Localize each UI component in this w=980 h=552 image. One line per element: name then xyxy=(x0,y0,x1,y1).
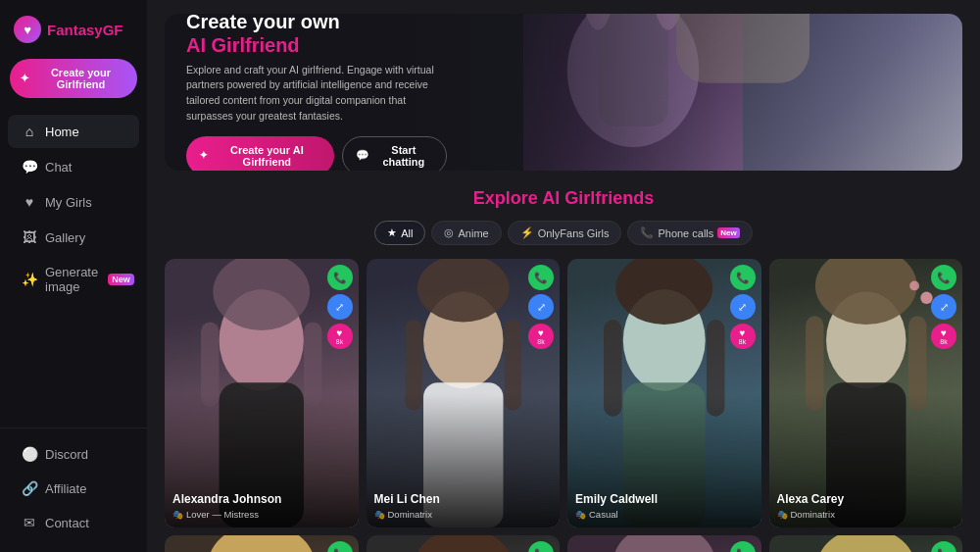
create-girlfriend-button[interactable]: ✦ Create your Girlfriend xyxy=(10,59,137,98)
logo-icon: ♥ xyxy=(14,16,41,43)
sparkle-icon: ✨ xyxy=(22,272,37,287)
card-name: Mei Li Chen xyxy=(374,492,553,506)
girlfriend-card-2[interactable]: 📞 ⤢ ♥ 8k Mei Li Chen 🎭 Dominatrix xyxy=(367,259,561,527)
phone-call-icon: 📞 xyxy=(534,272,548,284)
card-action-buttons: 📞 ⤢ ♥ 8k xyxy=(327,265,353,349)
gallery-icon: 🖼 xyxy=(22,229,37,245)
contact-icon: ✉ xyxy=(22,515,37,530)
card-info: Alexandra Johnson 🎭 Lover — Mistress xyxy=(165,484,359,527)
card-chat-button[interactable]: 📞 xyxy=(528,541,554,552)
card-info: Emily Caldwell 🎭 Casual xyxy=(567,484,761,527)
card-action-buttons: 📞 ⤢ ♥ 8k xyxy=(528,265,554,349)
filter-tab-all[interactable]: ★ All xyxy=(374,221,425,245)
girlfriend-card-8[interactable]: 📞 ⤢ ♥ 8k xyxy=(769,535,963,552)
card-name: Emily Caldwell xyxy=(575,492,754,506)
card-expand-button[interactable]: ⤢ xyxy=(327,294,353,320)
card-tag: 🎭 Casual xyxy=(575,509,754,520)
hero-action-buttons: ✦ Create your AI Girlfriend 💬 Start chat… xyxy=(186,136,447,172)
phone-call-icon: 📞 xyxy=(937,272,951,284)
phone-call-icon: 📞 xyxy=(736,272,750,284)
star-icon: ★ xyxy=(387,226,397,239)
filter-tabs: ★ All ◎ Anime ⚡ OnlyFans Girls 📞 Phone c… xyxy=(165,221,962,245)
card-name: Alexa Carey xyxy=(777,492,956,506)
card-expand-button[interactable]: ⤢ xyxy=(528,294,554,320)
card-action-buttons: 📞 ⤢ ♥ 8k xyxy=(931,265,956,349)
card-chat-button[interactable]: 📞 xyxy=(528,265,554,290)
expand-icon: ⤢ xyxy=(940,301,949,314)
filter-tab-anime[interactable]: ◎ Anime xyxy=(431,221,501,245)
tag-icon: 🎭 xyxy=(777,510,788,520)
phone-icon: 📞 xyxy=(640,226,654,239)
sidebar-item-discord[interactable]: ⚪ Discord xyxy=(8,437,139,471)
tag-icon: 🎭 xyxy=(172,510,183,520)
phone-call-icon: 📞 xyxy=(534,548,548,552)
logo-text: FantasyGF xyxy=(47,22,123,38)
home-icon: ⌂ xyxy=(22,124,37,139)
card-tag: 🎭 Dominatrix xyxy=(374,509,553,520)
card-action-buttons: 📞 ⤢ ♥ 8k xyxy=(730,541,756,552)
discord-icon: ⚪ xyxy=(22,446,37,462)
sidebar: ♥ FantasyGF ✦ Create your Girlfriend ⌂ H… xyxy=(0,0,147,552)
phone-call-icon: 📞 xyxy=(736,548,750,552)
anime-icon: ◎ xyxy=(444,226,454,239)
card-chat-button[interactable]: 📞 xyxy=(327,265,353,290)
card-like-button[interactable]: ♥ 8k xyxy=(528,324,554,349)
tag-icon: 🎭 xyxy=(575,510,586,520)
card-tag: 🎭 Lover — Mistress xyxy=(172,509,351,520)
bolt-icon: ⚡ xyxy=(520,226,534,239)
card-chat-button[interactable]: 📞 xyxy=(931,265,956,290)
girlfriend-card-5[interactable]: 📞 ⤢ ♥ 8k xyxy=(165,535,359,552)
card-like-button[interactable]: ♥ 8k xyxy=(931,324,956,349)
sidebar-bottom: ⚪ Discord 🔗 Affiliate ✉ Contact xyxy=(0,427,147,540)
sidebar-item-home[interactable]: ⌂ Home xyxy=(8,115,139,148)
card-expand-button[interactable]: ⤢ xyxy=(931,294,956,320)
card-grid: 📞 ⤢ ♥ 8k Alexandra Johnson 🎭 Lover — Mis… xyxy=(165,259,962,552)
expand-icon: ⤢ xyxy=(537,301,546,314)
heart-icon: ♥ xyxy=(22,194,37,210)
card-chat-button[interactable]: 📞 xyxy=(730,265,756,290)
sidebar-item-contact[interactable]: ✉ Contact xyxy=(8,506,139,539)
card-action-buttons: 📞 ⤢ ♥ 8k xyxy=(327,541,353,552)
girlfriend-card-7[interactable]: 📞 ⤢ ♥ 8k xyxy=(567,535,761,552)
start-chatting-button[interactable]: 💬 Start chatting xyxy=(342,136,447,172)
card-chat-button[interactable]: 📞 xyxy=(730,541,756,552)
heart-icon: ♥ xyxy=(941,328,947,338)
explore-title: Explore AI Girlfriends xyxy=(165,188,962,209)
card-chat-button[interactable]: 📞 xyxy=(931,541,956,552)
expand-icon: ⤢ xyxy=(335,301,344,314)
filter-tab-onlyfans[interactable]: ⚡ OnlyFans Girls xyxy=(508,221,622,245)
heart-icon: ♥ xyxy=(538,328,544,338)
girlfriend-card-3[interactable]: 📞 ⤢ ♥ 8k Emily Caldwell 🎭 Casual xyxy=(567,259,761,527)
explore-section: Explore AI Girlfriends ★ All ◎ Anime ⚡ O… xyxy=(165,188,962,552)
girlfriend-card-1[interactable]: 📞 ⤢ ♥ 8k Alexandra Johnson 🎭 Lover — Mis… xyxy=(165,259,359,527)
sidebar-item-my-girls[interactable]: ♥ My Girls xyxy=(8,185,139,219)
girlfriend-card-6[interactable]: 📞 ⤢ ♥ 8k xyxy=(367,535,561,552)
filter-tab-phone[interactable]: 📞 Phone calls New xyxy=(627,221,752,245)
hero-banner: Create your own AI Girlfriend Explore an… xyxy=(165,14,962,171)
card-info: Mei Li Chen 🎭 Dominatrix xyxy=(367,484,561,527)
card-name: Alexandra Johnson xyxy=(172,492,351,506)
hero-title: Create your own AI Girlfriend xyxy=(186,14,447,57)
card-like-button[interactable]: ♥ 8k xyxy=(730,324,756,349)
wand-icon: ✦ xyxy=(20,72,29,85)
affiliate-icon: 🔗 xyxy=(22,480,37,496)
card-expand-button[interactable]: ⤢ xyxy=(730,294,756,320)
sidebar-item-chat[interactable]: 💬 Chat xyxy=(8,150,139,183)
hero-text-content: Create your own AI Girlfriend Explore an… xyxy=(165,14,468,171)
heart-icon: ♥ xyxy=(337,328,343,338)
wand-icon-btn: ✦ xyxy=(199,149,208,162)
card-tag: 🎭 Dominatrix xyxy=(777,509,956,520)
create-ai-girlfriend-button[interactable]: ✦ Create your AI Girlfriend xyxy=(186,136,334,172)
card-like-button[interactable]: ♥ 8k xyxy=(327,324,353,349)
sidebar-item-gallery[interactable]: 🖼 Gallery xyxy=(8,221,139,254)
card-action-buttons: 📞 ⤢ ♥ 8k xyxy=(528,541,554,552)
main-content: Create your own AI Girlfriend Explore an… xyxy=(147,0,980,552)
chat-icon: 💬 xyxy=(22,159,37,175)
girlfriend-card-4[interactable]: 📞 ⤢ ♥ 8k Alexa Carey 🎭 Dominatrix xyxy=(769,259,963,527)
card-chat-button[interactable]: 📞 xyxy=(327,541,353,552)
chat-bubble-icon: 💬 xyxy=(356,149,369,162)
card-action-buttons: 📞 ⤢ ♥ 8k xyxy=(931,541,956,552)
sidebar-item-affiliate[interactable]: 🔗 Affiliate xyxy=(8,472,139,505)
phone-new-badge: New xyxy=(717,227,739,238)
sidebar-item-generate[interactable]: ✨ Generate image New xyxy=(8,256,139,303)
